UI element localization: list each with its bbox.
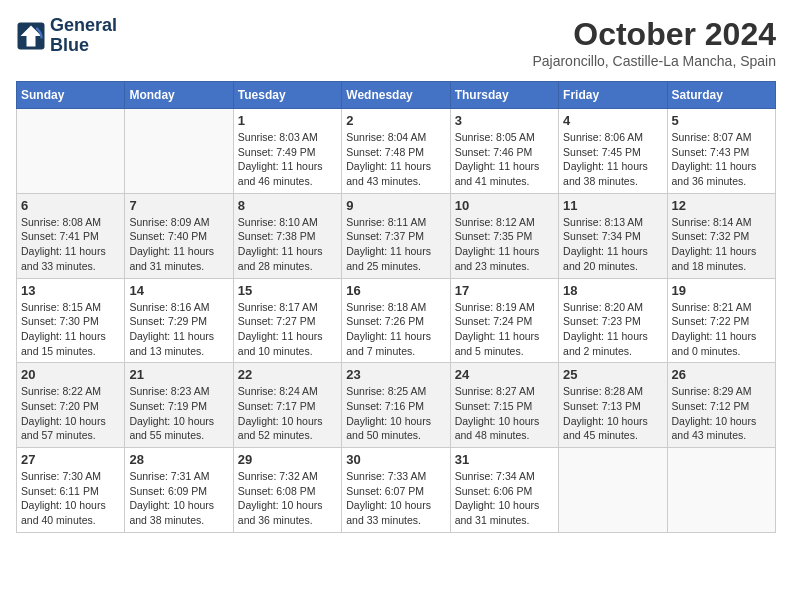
calendar-cell: 25Sunrise: 8:28 AMSunset: 7:13 PMDayligh…	[559, 363, 667, 448]
day-number: 29	[238, 452, 337, 467]
day-info: Sunrise: 8:08 AMSunset: 7:41 PMDaylight:…	[21, 215, 120, 274]
day-info: Sunrise: 8:24 AMSunset: 7:17 PMDaylight:…	[238, 384, 337, 443]
day-number: 21	[129, 367, 228, 382]
day-number: 3	[455, 113, 554, 128]
day-number: 7	[129, 198, 228, 213]
logo-icon	[16, 21, 46, 51]
calendar-cell: 5Sunrise: 8:07 AMSunset: 7:43 PMDaylight…	[667, 109, 775, 194]
day-number: 11	[563, 198, 662, 213]
weekday-header: Tuesday	[233, 82, 341, 109]
calendar-week-row: 6Sunrise: 8:08 AMSunset: 7:41 PMDaylight…	[17, 193, 776, 278]
day-number: 18	[563, 283, 662, 298]
calendar-cell: 30Sunrise: 7:33 AMSunset: 6:07 PMDayligh…	[342, 448, 450, 533]
day-number: 30	[346, 452, 445, 467]
calendar-cell: 20Sunrise: 8:22 AMSunset: 7:20 PMDayligh…	[17, 363, 125, 448]
calendar-cell: 17Sunrise: 8:19 AMSunset: 7:24 PMDayligh…	[450, 278, 558, 363]
day-info: Sunrise: 8:28 AMSunset: 7:13 PMDaylight:…	[563, 384, 662, 443]
day-info: Sunrise: 8:19 AMSunset: 7:24 PMDaylight:…	[455, 300, 554, 359]
day-number: 10	[455, 198, 554, 213]
calendar-cell: 14Sunrise: 8:16 AMSunset: 7:29 PMDayligh…	[125, 278, 233, 363]
day-info: Sunrise: 8:25 AMSunset: 7:16 PMDaylight:…	[346, 384, 445, 443]
calendar-week-row: 27Sunrise: 7:30 AMSunset: 6:11 PMDayligh…	[17, 448, 776, 533]
logo-text: General Blue	[50, 16, 117, 56]
day-info: Sunrise: 8:22 AMSunset: 7:20 PMDaylight:…	[21, 384, 120, 443]
calendar-cell: 7Sunrise: 8:09 AMSunset: 7:40 PMDaylight…	[125, 193, 233, 278]
day-number: 26	[672, 367, 771, 382]
calendar-cell: 16Sunrise: 8:18 AMSunset: 7:26 PMDayligh…	[342, 278, 450, 363]
day-number: 15	[238, 283, 337, 298]
day-number: 27	[21, 452, 120, 467]
calendar-cell: 18Sunrise: 8:20 AMSunset: 7:23 PMDayligh…	[559, 278, 667, 363]
calendar-cell: 1Sunrise: 8:03 AMSunset: 7:49 PMDaylight…	[233, 109, 341, 194]
weekday-header: Monday	[125, 82, 233, 109]
calendar-week-row: 1Sunrise: 8:03 AMSunset: 7:49 PMDaylight…	[17, 109, 776, 194]
calendar-cell: 21Sunrise: 8:23 AMSunset: 7:19 PMDayligh…	[125, 363, 233, 448]
day-info: Sunrise: 7:30 AMSunset: 6:11 PMDaylight:…	[21, 469, 120, 528]
day-info: Sunrise: 8:18 AMSunset: 7:26 PMDaylight:…	[346, 300, 445, 359]
location: Pajaroncillo, Castille-La Mancha, Spain	[532, 53, 776, 69]
day-number: 1	[238, 113, 337, 128]
calendar-week-row: 20Sunrise: 8:22 AMSunset: 7:20 PMDayligh…	[17, 363, 776, 448]
day-info: Sunrise: 8:14 AMSunset: 7:32 PMDaylight:…	[672, 215, 771, 274]
day-info: Sunrise: 8:04 AMSunset: 7:48 PMDaylight:…	[346, 130, 445, 189]
calendar-cell: 27Sunrise: 7:30 AMSunset: 6:11 PMDayligh…	[17, 448, 125, 533]
calendar-week-row: 13Sunrise: 8:15 AMSunset: 7:30 PMDayligh…	[17, 278, 776, 363]
day-number: 6	[21, 198, 120, 213]
calendar-cell: 3Sunrise: 8:05 AMSunset: 7:46 PMDaylight…	[450, 109, 558, 194]
calendar-header: SundayMondayTuesdayWednesdayThursdayFrid…	[17, 82, 776, 109]
day-info: Sunrise: 7:31 AMSunset: 6:09 PMDaylight:…	[129, 469, 228, 528]
day-info: Sunrise: 8:17 AMSunset: 7:27 PMDaylight:…	[238, 300, 337, 359]
calendar-cell	[559, 448, 667, 533]
day-info: Sunrise: 8:27 AMSunset: 7:15 PMDaylight:…	[455, 384, 554, 443]
day-info: Sunrise: 8:13 AMSunset: 7:34 PMDaylight:…	[563, 215, 662, 274]
calendar-cell: 19Sunrise: 8:21 AMSunset: 7:22 PMDayligh…	[667, 278, 775, 363]
calendar-body: 1Sunrise: 8:03 AMSunset: 7:49 PMDaylight…	[17, 109, 776, 533]
weekday-header: Saturday	[667, 82, 775, 109]
calendar-cell: 22Sunrise: 8:24 AMSunset: 7:17 PMDayligh…	[233, 363, 341, 448]
day-info: Sunrise: 8:12 AMSunset: 7:35 PMDaylight:…	[455, 215, 554, 274]
day-number: 23	[346, 367, 445, 382]
day-number: 31	[455, 452, 554, 467]
calendar-cell: 26Sunrise: 8:29 AMSunset: 7:12 PMDayligh…	[667, 363, 775, 448]
title-area: October 2024 Pajaroncillo, Castille-La M…	[532, 16, 776, 69]
day-number: 16	[346, 283, 445, 298]
calendar-cell: 6Sunrise: 8:08 AMSunset: 7:41 PMDaylight…	[17, 193, 125, 278]
calendar-cell: 15Sunrise: 8:17 AMSunset: 7:27 PMDayligh…	[233, 278, 341, 363]
calendar-cell: 11Sunrise: 8:13 AMSunset: 7:34 PMDayligh…	[559, 193, 667, 278]
day-number: 20	[21, 367, 120, 382]
day-info: Sunrise: 8:23 AMSunset: 7:19 PMDaylight:…	[129, 384, 228, 443]
calendar-cell: 8Sunrise: 8:10 AMSunset: 7:38 PMDaylight…	[233, 193, 341, 278]
day-info: Sunrise: 8:11 AMSunset: 7:37 PMDaylight:…	[346, 215, 445, 274]
weekday-header: Wednesday	[342, 82, 450, 109]
calendar-cell: 31Sunrise: 7:34 AMSunset: 6:06 PMDayligh…	[450, 448, 558, 533]
day-info: Sunrise: 8:20 AMSunset: 7:23 PMDaylight:…	[563, 300, 662, 359]
day-info: Sunrise: 8:16 AMSunset: 7:29 PMDaylight:…	[129, 300, 228, 359]
day-info: Sunrise: 8:06 AMSunset: 7:45 PMDaylight:…	[563, 130, 662, 189]
calendar-cell: 2Sunrise: 8:04 AMSunset: 7:48 PMDaylight…	[342, 109, 450, 194]
calendar-cell: 10Sunrise: 8:12 AMSunset: 7:35 PMDayligh…	[450, 193, 558, 278]
calendar-cell: 4Sunrise: 8:06 AMSunset: 7:45 PMDaylight…	[559, 109, 667, 194]
calendar-table: SundayMondayTuesdayWednesdayThursdayFrid…	[16, 81, 776, 533]
day-info: Sunrise: 7:33 AMSunset: 6:07 PMDaylight:…	[346, 469, 445, 528]
day-info: Sunrise: 8:05 AMSunset: 7:46 PMDaylight:…	[455, 130, 554, 189]
calendar-cell	[667, 448, 775, 533]
day-number: 14	[129, 283, 228, 298]
calendar-cell: 29Sunrise: 7:32 AMSunset: 6:08 PMDayligh…	[233, 448, 341, 533]
day-info: Sunrise: 8:21 AMSunset: 7:22 PMDaylight:…	[672, 300, 771, 359]
logo-line2: Blue	[50, 36, 117, 56]
day-number: 8	[238, 198, 337, 213]
day-number: 28	[129, 452, 228, 467]
day-number: 17	[455, 283, 554, 298]
day-number: 5	[672, 113, 771, 128]
day-number: 2	[346, 113, 445, 128]
weekday-header-row: SundayMondayTuesdayWednesdayThursdayFrid…	[17, 82, 776, 109]
day-number: 25	[563, 367, 662, 382]
weekday-header: Thursday	[450, 82, 558, 109]
calendar-cell: 12Sunrise: 8:14 AMSunset: 7:32 PMDayligh…	[667, 193, 775, 278]
page-header: General Blue October 2024 Pajaroncillo, …	[16, 16, 776, 69]
day-info: Sunrise: 8:15 AMSunset: 7:30 PMDaylight:…	[21, 300, 120, 359]
day-number: 4	[563, 113, 662, 128]
calendar-cell: 24Sunrise: 8:27 AMSunset: 7:15 PMDayligh…	[450, 363, 558, 448]
logo: General Blue	[16, 16, 117, 56]
day-info: Sunrise: 8:07 AMSunset: 7:43 PMDaylight:…	[672, 130, 771, 189]
